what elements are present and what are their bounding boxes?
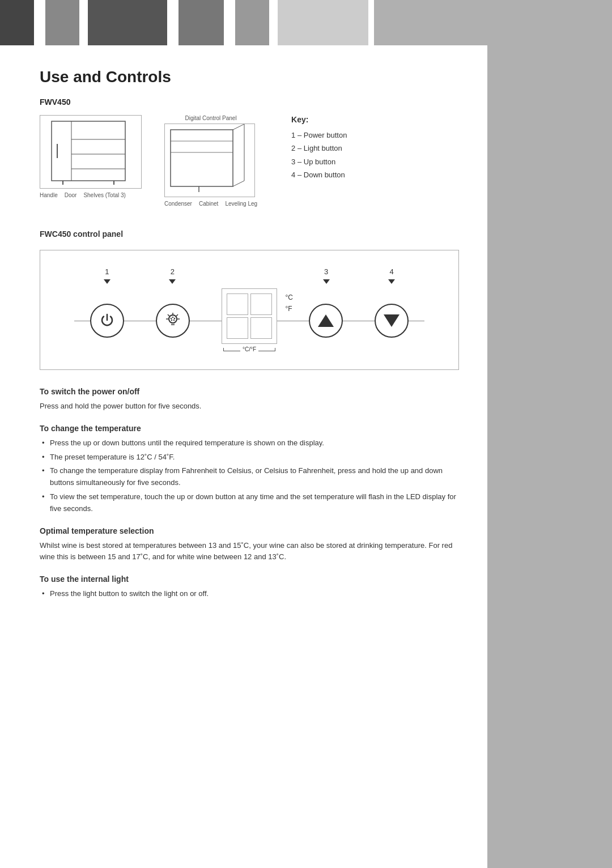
btn4-group: 4 [369,267,414,288]
bar-seg-2 [45,0,79,45]
section-temp-list: Press the up or down buttons until the r… [40,437,459,515]
bar-gap-2 [79,0,88,45]
temp-bullet-2: The preset temperature is 12˚C / 54˚F. [40,452,459,463]
btn4-number: 4 [390,267,394,276]
display-spacer [215,267,283,288]
cabinet-diagram-container: Handle Door Shelves (Total 3) [40,115,142,198]
cabinet-bottom-labels: Handle Door Shelves (Total 3) [40,192,142,198]
down-triangle-icon [384,314,400,327]
power-button[interactable] [90,304,124,338]
bar-seg-3 [88,0,167,45]
key-item-1: 1 – Power button [291,129,347,142]
cf-bracket-row: °C/°F [223,346,275,352]
btn2-group: 2 [150,267,195,288]
btn2-number: 2 [171,267,175,276]
btn3-arrow [323,279,330,284]
controls-row: °C °F °C/°F [63,288,436,352]
bracket-right [258,348,275,351]
btn3-group: 3 [304,267,349,288]
top-bar [0,0,612,45]
label-handle: Handle [40,192,58,198]
svg-rect-8 [171,130,233,186]
label-condenser: Condenser [164,201,192,207]
key-item-3: 3 – Up button [291,155,347,168]
light-icon [164,312,182,330]
display-panel-group: °C °F °C/°F [222,288,277,352]
down-button[interactable] [375,304,409,338]
label-cabinet: Cabinet [199,201,218,207]
power-icon [99,312,116,329]
light-button[interactable] [156,304,190,338]
temp-bullet-1: Press the up or down buttons until the r… [40,437,459,449]
bar-seg-4 [178,0,224,45]
up-triangle-icon [318,314,334,327]
bar-gap-5 [269,0,278,45]
panel-svg [164,124,255,197]
cf-bracket-label: °C/°F [240,346,258,352]
control-panel-box: 1 2 3 4 [40,250,459,370]
section-power-text: Press and hold the power button for five… [40,401,459,412]
display-cell-tr [250,293,272,315]
control-panel-section-title: FWC450 control panel [40,229,459,239]
svg-line-19 [168,314,169,316]
key-title: Key: [291,115,347,124]
display-panel-wrapper: °C °F [222,288,277,344]
section-optimal-text: Whilst wine is best stored at temperatur… [40,540,459,564]
section-light-title: To use the internal light [40,575,459,584]
section-optimal-title: Optimal temperature selection [40,526,459,535]
page-title: Use and Controls [40,68,459,86]
bar-gap-3 [167,0,178,45]
svg-line-9 [233,124,244,130]
btn2-arrow [169,279,176,284]
numbers-arrows-row: 1 2 3 4 [63,267,436,288]
key-section: Key: 1 – Power button 2 – Light button 3… [291,115,347,182]
svg-rect-0 [52,121,125,181]
svg-point-26 [171,319,172,320]
temp-bullet-3: To change the temperature display from F… [40,465,459,489]
bar-seg-right [374,0,612,45]
display-row-top [227,293,272,315]
bar-gap-6 [368,0,374,45]
right-sidebar [487,45,612,868]
section-power-title: To switch the power on/off [40,387,459,396]
section-temp-title: To change the temperature [40,424,459,433]
display-panel [222,288,277,344]
bracket-left [223,348,240,351]
btn4-arrow [388,279,395,284]
key-list: 1 – Power button 2 – Light button 3 – Up… [291,129,347,182]
main-content: Use and Controls FWV450 [0,45,487,868]
fahrenheit-label: °F [286,303,293,314]
page-layout: Use and Controls FWV450 [0,45,612,868]
svg-line-10 [233,181,244,186]
celsius-label: °C [286,292,293,303]
svg-point-23 [171,317,172,318]
svg-line-17 [176,314,178,316]
temp-bullet-4: To view the set temperature, touch the u… [40,491,459,515]
btn1-group: 1 [84,267,130,288]
bar-seg-6 [278,0,368,45]
diagrams-row: Handle Door Shelves (Total 3) Digital Co… [40,115,459,207]
btn3-number: 3 [324,267,328,276]
svg-point-25 [174,317,175,318]
cabinet-svg [40,115,142,189]
svg-point-24 [172,316,173,317]
btn1-arrow [104,279,110,284]
display-cell-br [250,317,272,339]
svg-point-27 [173,319,175,320]
label-shelves: Shelves (Total 3) [83,192,125,198]
section-light-list: Press the light button to switch the lig… [40,588,459,600]
label-leveling-leg: Leveling Leg [225,201,257,207]
bar-seg-5 [235,0,269,45]
svg-point-15 [169,315,177,323]
light-bullet-1: Press the light button to switch the lig… [40,588,459,600]
panel-diagram-container: Digital Control Panel Condenser [164,115,257,207]
label-door: Door [65,192,77,198]
panel-top-label: Digital Control Panel [164,115,257,121]
up-button[interactable] [309,304,343,338]
temp-cf-labels: °C °F [286,292,293,315]
model-fwv-label: FWV450 [40,97,459,107]
btn1-number: 1 [105,267,109,276]
display-cell-bl [227,317,248,339]
key-item-2: 2 – Light button [291,142,347,155]
bar-gap-1 [34,0,45,45]
